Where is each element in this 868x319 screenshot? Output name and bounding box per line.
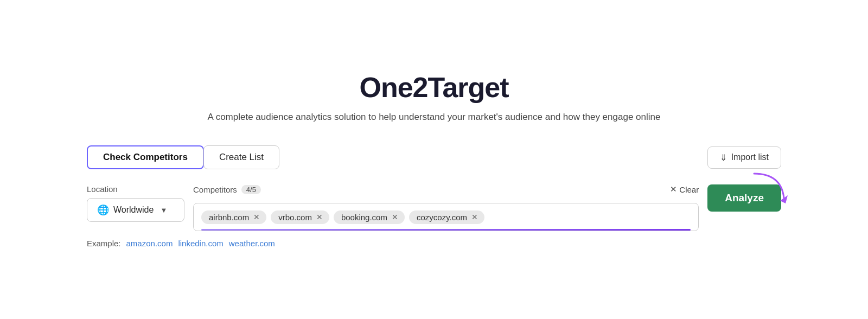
competitors-header: Competitors 4/5 ✕ Clear: [193, 184, 699, 194]
page-container: One2Target A complete audience analytics…: [54, 49, 814, 270]
clear-button[interactable]: ✕ Clear: [670, 184, 699, 194]
tag-airbnb: airbnb.com ✕: [201, 210, 266, 224]
competitors-label: Competitors: [193, 185, 237, 194]
tag-airbnb-value: airbnb.com: [209, 213, 249, 222]
tag-vrbo: vrbo.com ✕: [271, 210, 329, 224]
import-list-label: Import list: [731, 152, 769, 162]
tag-cozycozy-close[interactable]: ✕: [471, 213, 478, 221]
tab-check-competitors[interactable]: Check Competitors: [87, 145, 204, 169]
toolbar: Check Competitors Create List ⇓ Import l…: [87, 145, 781, 169]
competitors-badge: 4/5: [241, 185, 261, 194]
competitors-section: Competitors 4/5 ✕ Clear airbnb.com ✕ vrb…: [193, 184, 699, 231]
import-list-button[interactable]: ⇓ Import list: [707, 146, 781, 169]
example-link-linkedin[interactable]: linkedin.com: [178, 239, 223, 248]
tag-vrbo-value: vrbo.com: [278, 213, 312, 222]
location-section: Location 🌐 Worldwide ▼: [87, 184, 184, 222]
page-header: One2Target A complete audience analytics…: [87, 71, 781, 124]
tag-booking: booking.com ✕: [334, 210, 405, 224]
tag-cozycozy-value: cozycozy.com: [417, 213, 467, 222]
download-icon: ⇓: [720, 152, 727, 163]
globe-icon: 🌐: [97, 204, 109, 216]
svg-marker-0: [780, 195, 788, 203]
tag-airbnb-close[interactable]: ✕: [253, 213, 260, 221]
page-title: One2Target: [87, 71, 781, 104]
competitors-input-area[interactable]: airbnb.com ✕ vrbo.com ✕ booking.com ✕ co…: [193, 203, 699, 231]
chevron-down-icon: ▼: [160, 206, 167, 214]
example-link-amazon[interactable]: amazon.com: [126, 239, 173, 248]
examples-prefix: Example:: [87, 239, 121, 248]
tag-booking-value: booking.com: [341, 213, 387, 222]
location-label: Location: [87, 184, 184, 194]
competitors-label-row: Competitors 4/5: [193, 185, 261, 194]
tab-create-list[interactable]: Create List: [203, 145, 279, 169]
tab-group: Check Competitors Create List: [87, 145, 279, 169]
tag-vrbo-close[interactable]: ✕: [316, 213, 323, 221]
location-value: Worldwide: [113, 205, 154, 215]
analyze-button[interactable]: Analyze: [707, 184, 781, 212]
tag-booking-close[interactable]: ✕: [392, 213, 398, 221]
page-subtitle: A complete audience analytics solution t…: [87, 110, 781, 124]
fields-row: Location 🌐 Worldwide ▼ Competitors 4/5 ✕…: [87, 184, 781, 231]
example-link-weather[interactable]: weather.com: [229, 239, 275, 248]
x-icon: ✕: [670, 184, 677, 194]
location-dropdown[interactable]: 🌐 Worldwide ▼: [87, 198, 184, 222]
examples-row: Example: amazon.com linkedin.com weather…: [87, 239, 781, 248]
tag-cozycozy: cozycozy.com ✕: [409, 210, 484, 224]
clear-label: Clear: [679, 185, 699, 194]
analyze-container: Analyze: [707, 184, 781, 212]
